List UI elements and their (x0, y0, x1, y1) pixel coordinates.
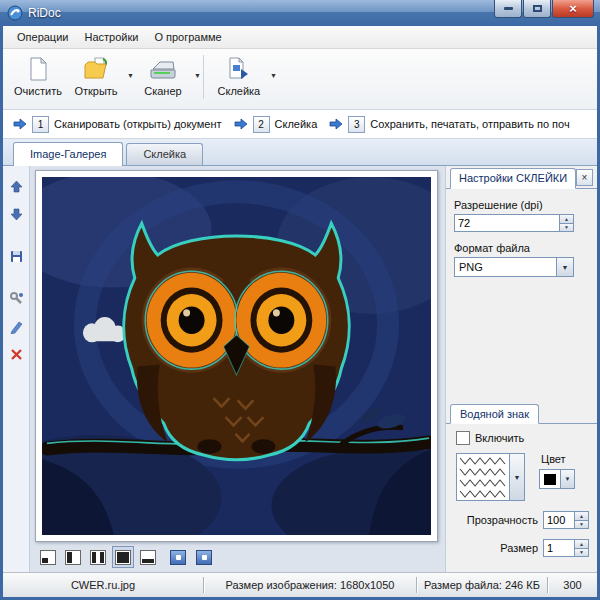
title-bar[interactable]: RiDoc × (0, 0, 600, 26)
opacity-spinner[interactable]: ▲ ▼ (575, 511, 589, 529)
color-label: Цвет (541, 453, 575, 465)
step-1-number: 1 (32, 116, 49, 133)
slideshow-icon (196, 550, 212, 565)
move-up-button[interactable] (6, 176, 26, 196)
layout-columns-button[interactable] (87, 546, 109, 568)
spinner-down-icon[interactable]: ▼ (560, 223, 574, 233)
scanner-dropdown-icon[interactable]: ▼ (194, 72, 201, 79)
watermark-pattern-select[interactable]: ▼ (456, 453, 525, 501)
toolbar-separator (203, 55, 204, 99)
step-arrow-icon (13, 118, 27, 130)
step-2-number: 2 (253, 116, 270, 133)
merge-button[interactable]: Склейка (210, 53, 268, 97)
step-2-label: Склейка (275, 118, 318, 130)
save-button[interactable] (6, 246, 26, 266)
scanner-label: Сканер (144, 85, 181, 97)
resolution-label: Разрешение (dpi) (454, 199, 597, 211)
move-down-button[interactable] (6, 204, 26, 224)
app-window: RiDoc × Операции Настройки О программе О… (0, 0, 600, 600)
close-button[interactable]: × (552, 0, 594, 18)
layout-columns-icon (90, 550, 106, 565)
step-1-label: Сканировать (открыть) документ (54, 118, 222, 130)
pattern-dropdown-icon[interactable]: ▼ (510, 453, 525, 501)
status-filename: CWER.ru.jpg (3, 573, 203, 597)
layout-icons-row (37, 545, 214, 569)
maximize-icon (533, 5, 542, 12)
size-input[interactable] (543, 539, 575, 557)
spinner-up-icon[interactable]: ▲ (575, 539, 589, 548)
delete-button[interactable] (6, 344, 26, 364)
spinner-down-icon[interactable]: ▼ (575, 520, 589, 530)
window-title: RiDoc (28, 6, 61, 20)
watermark-body: Включить (446, 423, 597, 572)
resolution-input[interactable] (454, 214, 560, 232)
menu-settings[interactable]: Настройки (76, 26, 146, 48)
edit-button[interactable] (6, 316, 26, 336)
window-controls: × (493, 0, 594, 18)
main-toolbar: Очистить Открыть ▼ (3, 49, 597, 110)
open-dropdown-icon[interactable]: ▼ (127, 72, 134, 79)
status-file-size: Размер файла: 246 КБ (417, 573, 547, 597)
size-label: Размер (500, 542, 538, 554)
panel-title-tab[interactable]: Настройки СКЛЕЙКИ (450, 168, 576, 189)
panel-close-icon: × (582, 172, 588, 183)
format-select[interactable]: PNG ▼ (454, 257, 574, 277)
menu-bar: Операции Настройки О программе (3, 26, 597, 49)
tools-button[interactable] (6, 288, 26, 308)
open-button[interactable]: Открыть (67, 53, 125, 97)
layout-half-button[interactable] (62, 546, 84, 568)
pencil-icon (9, 319, 24, 334)
spinner-down-icon[interactable]: ▼ (575, 548, 589, 558)
watermark-pattern-preview (456, 453, 510, 501)
watermark-tab[interactable]: Водяной знак (450, 404, 539, 424)
layout-bottom-button[interactable] (137, 546, 159, 568)
spinner-up-icon[interactable]: ▲ (560, 214, 574, 223)
clear-button[interactable]: Очистить (9, 53, 67, 97)
resolution-spinner[interactable]: ▲ ▼ (560, 214, 574, 232)
scanner-icon (149, 56, 177, 82)
menu-about[interactable]: О программе (146, 26, 229, 48)
down-arrow-icon (9, 207, 24, 222)
color-swatch (544, 474, 556, 485)
view-mode-button[interactable] (168, 547, 188, 567)
step-3-label: Сохранить, печатать, отправить по поч (370, 118, 569, 130)
view-mode-icon (170, 550, 186, 565)
opacity-label: Прозрачность (467, 514, 538, 526)
tab-image-gallery[interactable]: Image-Галерея (13, 142, 123, 166)
panel-header: Настройки СКЛЕЙКИ × (446, 166, 597, 189)
tab-merge[interactable]: Склейка (126, 143, 203, 165)
up-arrow-icon (9, 179, 24, 194)
scanner-button[interactable]: Сканер (134, 53, 192, 97)
layout-corner-icon (40, 550, 56, 565)
layout-full-icon (115, 550, 131, 565)
opacity-input[interactable] (543, 511, 575, 529)
merge-dropdown-icon[interactable]: ▼ (270, 72, 277, 79)
maximize-button[interactable] (523, 0, 551, 18)
watermark-enable-checkbox[interactable] (456, 431, 470, 445)
layout-corner-button[interactable] (37, 546, 59, 568)
slideshow-button[interactable] (194, 547, 214, 567)
image-viewer (30, 166, 445, 572)
steps-bar: 1 Сканировать (открыть) документ 2 Склей… (3, 110, 597, 139)
status-bar: CWER.ru.jpg Размер изображения: 1680x105… (3, 572, 597, 597)
format-label: Формат файла (454, 242, 597, 254)
color-dropdown-icon[interactable]: ▼ (560, 470, 574, 488)
size-spinner[interactable]: ▲ ▼ (575, 539, 589, 557)
spinner-up-icon[interactable]: ▲ (575, 511, 589, 520)
panel-close-button[interactable]: × (576, 169, 593, 186)
color-select[interactable]: ▼ (539, 469, 575, 489)
tab-strip: Image-Галерея Склейка (3, 139, 597, 166)
minimize-button[interactable] (494, 0, 522, 18)
image-page[interactable] (35, 170, 438, 542)
step-arrow-icon (329, 118, 343, 130)
close-icon: × (569, 1, 577, 16)
owl-image (42, 177, 431, 535)
format-dropdown-icon[interactable]: ▼ (556, 258, 573, 276)
content-area: Настройки СКЛЕЙКИ × Разрешение (dpi) ▲ ▼… (3, 166, 597, 572)
app-icon (7, 5, 23, 21)
minimize-icon (504, 7, 513, 10)
layout-full-button[interactable] (112, 546, 134, 568)
delete-x-icon (9, 347, 24, 362)
menu-operations[interactable]: Операции (9, 26, 76, 48)
step-arrow-icon (234, 118, 248, 130)
